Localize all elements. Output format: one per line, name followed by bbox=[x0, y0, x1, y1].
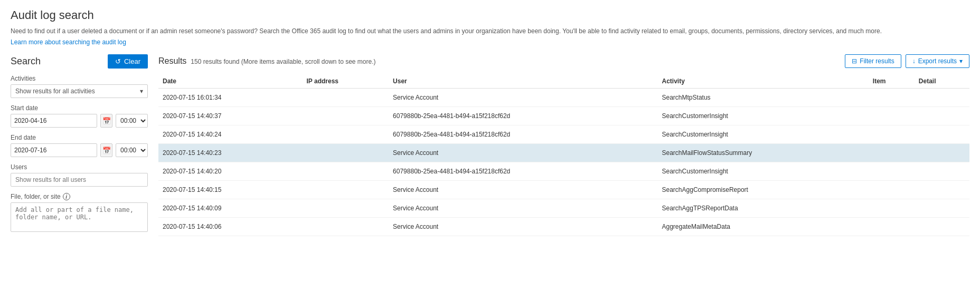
results-label: Results bbox=[158, 56, 186, 66]
table-body: 2020-07-15 16:01:34Service AccountSearch… bbox=[158, 89, 969, 236]
table-row[interactable]: 2020-07-15 14:40:15Service AccountSearch… bbox=[158, 181, 969, 199]
end-date-input[interactable] bbox=[11, 143, 97, 157]
left-panel: Search ↺ Clear Activities Show results f… bbox=[11, 54, 148, 236]
cell-ip bbox=[303, 89, 389, 107]
col-ip: IP address bbox=[303, 74, 389, 89]
cell-date: 2020-07-15 14:40:23 bbox=[158, 144, 303, 162]
col-item: Item bbox=[869, 74, 915, 89]
download-icon: ↓ bbox=[912, 57, 916, 65]
cell-ip bbox=[303, 181, 389, 199]
table-row[interactable]: 2020-07-15 16:01:34Service AccountSearch… bbox=[158, 89, 969, 107]
results-count: 150 results found (More items available,… bbox=[191, 58, 375, 65]
cell-user[interactable]: 6079880b-25ea-4481-b494-a15f218cf62d bbox=[389, 107, 657, 125]
end-date-calendar-button[interactable]: 📅 bbox=[100, 143, 112, 157]
cell-item bbox=[869, 199, 915, 218]
start-date-row: 📅 00:00 bbox=[11, 114, 148, 128]
table-row[interactable]: 2020-07-15 14:40:376079880b-25ea-4481-b4… bbox=[158, 107, 969, 125]
start-date-label: Start date bbox=[11, 104, 148, 112]
results-actions: ⊟ Filter results ↓ Export results ▾ bbox=[845, 54, 969, 68]
col-user: User bbox=[389, 74, 657, 89]
cell-ip bbox=[303, 162, 389, 181]
cell-detail bbox=[915, 162, 969, 181]
cell-ip bbox=[303, 125, 389, 144]
cell-detail bbox=[915, 181, 969, 199]
search-header: Search ↺ Clear bbox=[11, 54, 148, 69]
calendar-icon: 📅 bbox=[102, 117, 111, 125]
table-row[interactable]: 2020-07-15 14:40:09Service AccountSearch… bbox=[158, 199, 969, 218]
filter-results-button[interactable]: ⊟ Filter results bbox=[845, 54, 901, 68]
main-layout: Search ↺ Clear Activities Show results f… bbox=[11, 54, 969, 236]
cell-activity: AggregateMailMetaData bbox=[658, 218, 869, 236]
cell-date: 2020-07-15 14:40:06 bbox=[158, 218, 303, 236]
activities-label: Activities bbox=[11, 75, 148, 82]
col-detail: Detail bbox=[915, 74, 969, 89]
chevron-down-icon: ▾ bbox=[140, 88, 143, 95]
end-date-row: 📅 00:00 bbox=[11, 143, 148, 157]
cell-detail bbox=[915, 125, 969, 144]
cell-user[interactable]: Service Account bbox=[389, 181, 657, 199]
cell-item bbox=[869, 181, 915, 199]
start-date-calendar-button[interactable]: 📅 bbox=[100, 114, 112, 128]
cell-user[interactable]: Service Account bbox=[389, 144, 657, 162]
users-input[interactable] bbox=[11, 173, 148, 187]
cell-date: 2020-07-15 14:40:20 bbox=[158, 162, 303, 181]
cell-detail bbox=[915, 199, 969, 218]
table-row[interactable]: 2020-07-15 14:40:23Service AccountSearch… bbox=[158, 144, 969, 162]
col-date: Date bbox=[158, 74, 303, 89]
file-folder-text: File, folder, or site bbox=[11, 193, 61, 200]
right-panel: Results 150 results found (More items av… bbox=[158, 54, 969, 236]
results-title: Results 150 results found (More items av… bbox=[158, 56, 376, 66]
table-row[interactable]: 2020-07-15 14:40:206079880b-25ea-4481-b4… bbox=[158, 162, 969, 181]
cell-date: 2020-07-15 14:40:37 bbox=[158, 107, 303, 125]
filter-label: Filter results bbox=[860, 57, 894, 65]
subtitle: Need to find out if a user deleted a doc… bbox=[11, 26, 969, 36]
cell-activity: SearchCustomerInsight bbox=[658, 107, 869, 125]
cell-detail bbox=[915, 107, 969, 125]
table-row[interactable]: 2020-07-15 14:40:06Service AccountAggreg… bbox=[158, 218, 969, 236]
cell-item bbox=[869, 89, 915, 107]
results-header: Results 150 results found (More items av… bbox=[158, 54, 969, 68]
cell-detail bbox=[915, 218, 969, 236]
info-icon[interactable]: i bbox=[63, 193, 70, 200]
cell-item bbox=[869, 218, 915, 236]
end-time-select[interactable]: 00:00 bbox=[116, 143, 148, 157]
cell-activity: SearchMtpStatus bbox=[658, 89, 869, 107]
file-folder-textarea[interactable] bbox=[11, 202, 148, 232]
cell-user[interactable]: Service Account bbox=[389, 89, 657, 107]
cell-user[interactable]: 6079880b-25ea-4481-b494-a15f218cf62d bbox=[389, 125, 657, 144]
filter-icon: ⊟ bbox=[852, 57, 857, 65]
col-activity: Activity bbox=[658, 74, 869, 89]
cell-user[interactable]: Service Account bbox=[389, 218, 657, 236]
end-date-label: End date bbox=[11, 134, 148, 141]
clear-icon: ↺ bbox=[115, 57, 121, 65]
clear-label: Clear bbox=[124, 57, 140, 65]
cell-user[interactable]: Service Account bbox=[389, 199, 657, 218]
cell-item bbox=[869, 162, 915, 181]
cell-detail bbox=[915, 89, 969, 107]
export-chevron-icon: ▾ bbox=[959, 57, 963, 65]
cell-date: 2020-07-15 14:40:09 bbox=[158, 199, 303, 218]
cell-item bbox=[869, 107, 915, 125]
calendar-icon: 📅 bbox=[102, 147, 111, 154]
start-time-select[interactable]: 00:00 bbox=[116, 114, 148, 128]
cell-user[interactable]: 6079880b-25ea-4481-b494-a15f218cf62d bbox=[389, 162, 657, 181]
learn-more-link[interactable]: Learn more about searching the audit log bbox=[11, 38, 126, 46]
activities-dropdown[interactable]: Show results for all activities ▾ bbox=[11, 84, 148, 98]
search-label: Search bbox=[11, 56, 41, 67]
cell-date: 2020-07-15 14:40:24 bbox=[158, 125, 303, 144]
cell-activity: SearchAggTPSReportData bbox=[658, 199, 869, 218]
export-results-button[interactable]: ↓ Export results ▾ bbox=[906, 54, 969, 68]
table-head: Date IP address User Activity Item Detai… bbox=[158, 74, 969, 89]
page-title: Audit log search bbox=[11, 8, 969, 22]
start-date-input[interactable] bbox=[11, 114, 97, 128]
cell-activity: SearchCustomerInsight bbox=[658, 162, 869, 181]
results-table: Date IP address User Activity Item Detai… bbox=[158, 74, 969, 236]
cell-detail bbox=[915, 144, 969, 162]
cell-ip bbox=[303, 199, 389, 218]
cell-item bbox=[869, 144, 915, 162]
activities-value: Show results for all activities bbox=[15, 88, 95, 95]
cell-ip bbox=[303, 144, 389, 162]
table-row[interactable]: 2020-07-15 14:40:246079880b-25ea-4481-b4… bbox=[158, 125, 969, 144]
cell-activity: SearchMailFlowStatusSummary bbox=[658, 144, 869, 162]
clear-button[interactable]: ↺ Clear bbox=[108, 54, 148, 69]
